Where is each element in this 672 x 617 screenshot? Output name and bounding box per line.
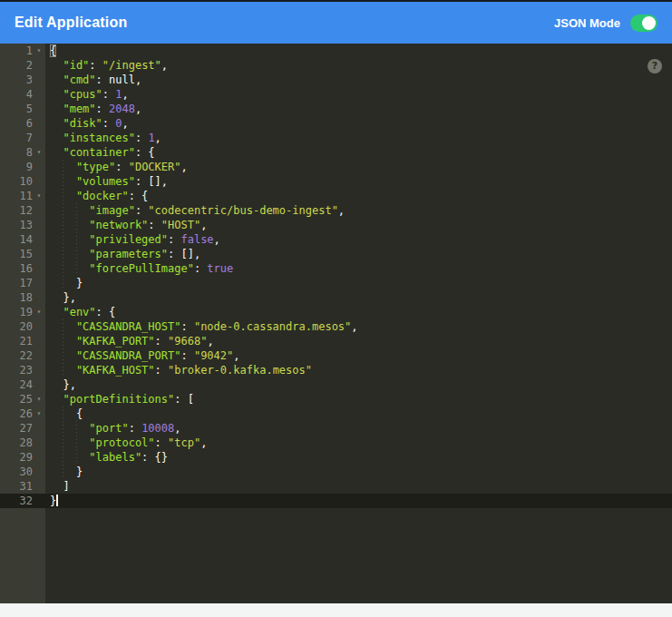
code-line[interactable]: 14"privileged": false, — [0, 232, 672, 247]
code-line[interactable]: 2"id": "/ingest", — [0, 58, 672, 73]
code-text[interactable]: "privileged": false, — [45, 232, 220, 247]
gutter-cell[interactable]: 12 — [0, 203, 45, 218]
gutter-cell[interactable]: 9 — [0, 160, 45, 174]
fold-arrow-icon[interactable]: ▾ — [33, 392, 45, 406]
code-text[interactable]: "container": { — [45, 145, 155, 160]
code-text[interactable]: "port": 10008, — [45, 421, 180, 436]
gutter-cell[interactable]: 14 — [0, 232, 45, 247]
code-line[interactable]: 30} — [0, 465, 672, 479]
code-text[interactable]: "labels": {} — [45, 450, 168, 465]
code-line[interactable]: 3"cmd": null, — [0, 73, 672, 87]
code-lines[interactable]: 1▾{2"id": "/ingest",3"cmd": null,4"cpus"… — [0, 44, 672, 508]
code-text[interactable]: "type": "DOCKER", — [45, 160, 188, 174]
gutter-cell[interactable]: 29 — [0, 450, 45, 465]
gutter-cell[interactable]: 30 — [0, 465, 45, 479]
code-line[interactable]: 32} — [0, 494, 672, 508]
gutter-cell[interactable]: 24 — [0, 377, 45, 392]
gutter-cell[interactable]: 4 — [0, 87, 45, 102]
code-text[interactable]: "cpus": 1, — [45, 87, 129, 102]
code-text[interactable]: "image": "codecentric/bus-demo-ingest", — [45, 203, 345, 218]
code-line[interactable]: 5"mem": 2048, — [0, 102, 672, 116]
code-text[interactable]: "KAFKA_PORT": "9668", — [45, 334, 214, 348]
code-text[interactable]: "parameters": [], — [45, 247, 200, 261]
code-text[interactable]: "KAFKA_HOST": "broker-0.kafka.mesos" — [45, 363, 312, 377]
code-line[interactable]: 26▾{ — [0, 406, 672, 421]
code-line[interactable]: 22"CASSANDRA_PORT": "9042", — [0, 348, 672, 363]
code-text[interactable]: "cmd": null, — [45, 73, 141, 87]
code-text[interactable]: "protocol": "tcp", — [45, 436, 207, 450]
code-text[interactable]: { — [45, 44, 56, 58]
code-line[interactable]: 23"KAFKA_HOST": "broker-0.kafka.mesos" — [0, 363, 672, 377]
gutter-cell[interactable]: 19▾ — [0, 305, 45, 319]
code-text[interactable]: "network": "HOST", — [45, 218, 207, 232]
code-text[interactable]: "CASSANDRA_HOST": "node-0.cassandra.meso… — [45, 319, 358, 334]
code-text[interactable]: "mem": 2048, — [45, 102, 141, 116]
code-line[interactable]: 1▾{ — [0, 44, 672, 58]
code-line[interactable]: 15"parameters": [], — [0, 247, 672, 261]
gutter-cell[interactable]: 26▾ — [0, 406, 45, 421]
gutter-cell[interactable]: 3 — [0, 73, 45, 87]
code-text[interactable]: "id": "/ingest", — [45, 58, 168, 73]
gutter-cell[interactable]: 2 — [0, 58, 45, 73]
code-line[interactable]: 4"cpus": 1, — [0, 87, 672, 102]
gutter-cell[interactable]: 21 — [0, 334, 45, 348]
help-icon[interactable]: ? — [648, 59, 662, 73]
gutter-cell[interactable]: 18 — [0, 290, 45, 305]
code-line[interactable]: 8▾"container": { — [0, 145, 672, 160]
code-text[interactable]: { — [45, 406, 83, 421]
gutter-cell[interactable]: 15 — [0, 247, 45, 261]
code-text[interactable]: }, — [45, 290, 76, 305]
fold-arrow-icon[interactable]: ▾ — [33, 305, 45, 319]
json-mode-toggle[interactable] — [630, 15, 657, 32]
code-text[interactable]: } — [45, 494, 58, 508]
code-line[interactable]: 29"labels": {} — [0, 450, 672, 465]
code-line[interactable]: 18}, — [0, 290, 672, 305]
code-line[interactable]: 27"port": 10008, — [0, 421, 672, 436]
code-text[interactable]: ] — [45, 479, 70, 494]
fold-arrow-icon[interactable]: ▾ — [33, 44, 45, 58]
gutter-cell[interactable]: 32 — [0, 494, 45, 508]
fold-arrow-icon[interactable]: ▾ — [33, 145, 45, 160]
code-line[interactable]: 10"volumes": [], — [0, 174, 672, 189]
gutter-cell[interactable]: 8▾ — [0, 145, 45, 160]
code-line[interactable]: 31] — [0, 479, 672, 494]
gutter-cell[interactable]: 10 — [0, 174, 45, 189]
code-line[interactable]: 11▾"docker": { — [0, 189, 672, 203]
gutter-cell[interactable]: 6 — [0, 116, 45, 131]
gutter-cell[interactable]: 16 — [0, 261, 45, 276]
code-line[interactable]: 6"disk": 0, — [0, 116, 672, 131]
gutter-cell[interactable]: 23 — [0, 363, 45, 377]
gutter-cell[interactable]: 13 — [0, 218, 45, 232]
code-line[interactable]: 7"instances": 1, — [0, 131, 672, 145]
code-text[interactable]: "portDefinitions": [ — [45, 392, 194, 406]
code-text[interactable]: "CASSANDRA_PORT": "9042", — [45, 348, 240, 363]
json-editor[interactable]: 1▾{2"id": "/ingest",3"cmd": null,4"cpus"… — [0, 44, 672, 603]
gutter-cell[interactable]: 7 — [0, 131, 45, 145]
code-text[interactable]: }, — [45, 377, 76, 392]
code-text[interactable]: "disk": 0, — [45, 116, 129, 131]
code-text[interactable]: "volumes": [], — [45, 174, 168, 189]
fold-arrow-icon[interactable]: ▾ — [33, 406, 45, 421]
code-text[interactable]: } — [45, 276, 83, 290]
code-line[interactable]: 25▾"portDefinitions": [ — [0, 392, 672, 406]
gutter-cell[interactable]: 25▾ — [0, 392, 45, 406]
code-text[interactable]: "instances": 1, — [45, 131, 161, 145]
code-line[interactable]: 21"KAFKA_PORT": "9668", — [0, 334, 672, 348]
code-line[interactable]: 28"protocol": "tcp", — [0, 436, 672, 450]
gutter-cell[interactable]: 17 — [0, 276, 45, 290]
code-line[interactable]: 9"type": "DOCKER", — [0, 160, 672, 174]
fold-arrow-icon[interactable]: ▾ — [33, 189, 45, 203]
gutter-cell[interactable]: 22 — [0, 348, 45, 363]
code-line[interactable]: 17} — [0, 276, 672, 290]
code-line[interactable]: 12"image": "codecentric/bus-demo-ingest"… — [0, 203, 672, 218]
code-text[interactable]: "docker": { — [45, 189, 148, 203]
code-line[interactable]: 13"network": "HOST", — [0, 218, 672, 232]
code-text[interactable]: } — [45, 465, 83, 479]
gutter-cell[interactable]: 1▾ — [0, 44, 45, 58]
code-text[interactable]: "env": { — [45, 305, 115, 319]
code-line[interactable]: 20"CASSANDRA_HOST": "node-0.cassandra.me… — [0, 319, 672, 334]
gutter-cell[interactable]: 20 — [0, 319, 45, 334]
code-line[interactable]: 16"forcePullImage": true — [0, 261, 672, 276]
code-line[interactable]: 24}, — [0, 377, 672, 392]
gutter-cell[interactable]: 5 — [0, 102, 45, 116]
